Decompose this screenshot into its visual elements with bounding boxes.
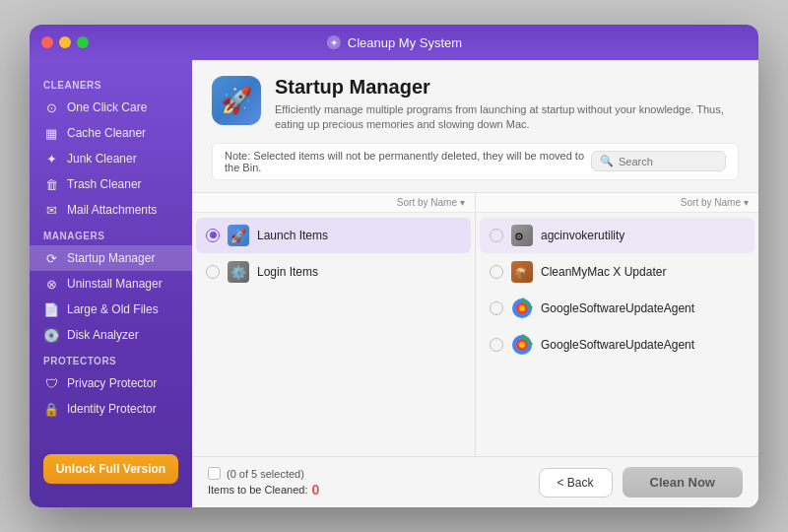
right-sort-label[interactable]: Sort by Name ▾ [681,197,749,208]
panel-title: Startup Manager [275,76,739,99]
list-item-google-update-2[interactable]: GoogleSoftwareUpdateAgent [480,327,755,363]
items-to-clean-label: Items to be Cleaned: [208,484,308,496]
main-panel: Startup Manager Efficiently manage multi… [192,60,758,507]
search-box[interactable]: 🔍 [591,151,726,171]
maximize-button[interactable] [77,36,89,48]
launch-items-radio[interactable] [206,229,220,242]
svg-text:⚙: ⚙ [514,231,524,242]
svg-point-11 [519,342,525,348]
junk-cleaner-icon: ✦ [43,151,59,166]
window-title: ✦ Cleanup My System [326,34,462,50]
sidebar-item-uninstall-manager[interactable]: ⊗ Uninstall Manager [30,271,192,297]
sidebar-item-cache-cleaner[interactable]: ▦ Cache Cleaner [30,120,192,146]
svg-text:🚀: 🚀 [230,228,246,243]
protectors-section-label: Protectors [30,348,192,370]
google-update-2-icon [511,334,533,356]
sidebar-item-one-click-care[interactable]: ⊙ One Click Care [30,95,192,120]
cleanmymac-label: CleanMyMac X Updater [541,265,745,279]
clean-now-button[interactable]: Clean Now [623,467,743,498]
identity-protector-icon: 🔒 [43,401,59,417]
mail-icon: ✉ [43,202,59,218]
svg-text:✦: ✦ [330,37,338,48]
sidebar-item-junk-cleaner[interactable]: ✦ Junk Cleaner [30,146,192,171]
note-text: Note: Selected items will not be permane… [225,150,591,173]
footer-right: < Back Clean Now [539,467,744,498]
sidebar-bottom: Unlock Full Version [30,442,192,496]
google-update-2-label: GoogleSoftwareUpdateAgent [541,338,745,352]
search-input[interactable] [619,156,717,167]
back-button[interactable]: < Back [539,468,613,498]
login-items-label: Login Items [257,265,461,279]
disk-analyzer-icon: 💽 [43,327,59,343]
google-update-1-icon [511,298,533,319]
items-to-clean-row: Items to be Cleaned: 0 [208,482,319,498]
google1-radio[interactable] [490,301,503,315]
list-item-launch-items[interactable]: 🚀 Launch Items [196,218,471,253]
sidebar-item-disk-analyzer[interactable]: 💽 Disk Analyzer [30,322,192,348]
trash-cleaner-icon: 🗑 [43,176,59,192]
unlock-full-version-button[interactable]: Unlock Full Version [43,454,178,484]
sidebar-item-startup-manager[interactable]: ⟳ Startup Manager [30,245,192,271]
sidebar-item-privacy-protector[interactable]: 🛡 Privacy Protector [30,370,192,396]
left-sort-bar: Sort by Name ▾ [192,193,475,213]
right-sort-bar: Sort by Name ▾ [476,193,758,213]
login-items-radio[interactable] [206,265,220,279]
sidebar-item-mail-attachments[interactable]: ✉ Mail Attachments [30,197,192,223]
footer-left: (0 of 5 selected) Items to be Cleaned: 0 [208,467,319,498]
svg-point-8 [519,305,525,311]
managers-section-label: Managers [30,223,192,245]
clean-count: 0 [312,482,320,498]
list-item-agcinvokeutility[interactable]: ⚙ agcinvokerutility [480,218,755,253]
cache-cleaner-icon: ▦ [43,125,59,141]
sidebar-item-identity-protector[interactable]: 🔒 Identity Protector [30,396,192,422]
traffic-lights [41,36,89,48]
list-item-cleanmymac-updater[interactable]: 📦 CleanMyMac X Updater [480,254,755,290]
list-item-login-items[interactable]: ⚙️ Login Items [196,254,471,290]
agcinvoke-icon: ⚙ [511,225,533,246]
panel-header-text: Startup Manager Efficiently manage multi… [275,76,739,133]
right-sort-chevron-icon: ▾ [744,197,749,208]
google2-radio[interactable] [490,338,503,352]
select-all-checkbox[interactable] [208,467,221,480]
svg-text:📦: 📦 [514,266,528,280]
panel-footer: (0 of 5 selected) Items to be Cleaned: 0… [192,456,758,507]
app-icon: ✦ [326,34,342,50]
privacy-protector-icon: 🛡 [43,375,59,391]
panel-description: Efficiently manage multiple programs fro… [275,102,739,133]
uninstall-manager-icon: ⊗ [43,276,59,292]
agcinvoke-label: agcinvokerutility [541,229,745,242]
left-list-column: Sort by Name ▾ 🚀 Launch Items [192,193,475,456]
panel-header: Startup Manager Efficiently manage multi… [192,60,758,193]
sidebar-item-trash-cleaner[interactable]: 🗑 Trash Cleaner [30,171,192,197]
cleanmymac-radio[interactable] [490,265,503,279]
login-items-icon: ⚙️ [228,261,249,283]
cleanmymac-icon: 📦 [511,261,533,283]
sidebar: Cleaners ⊙ One Click Care ▦ Cache Cleane… [30,60,192,507]
titlebar: ✦ Cleanup My System [30,25,758,60]
selected-count: (0 of 5 selected) [227,468,304,480]
startup-manager-icon: ⟳ [43,250,59,266]
large-files-icon: 📄 [43,301,59,317]
startup-manager-app-icon [212,76,261,125]
minimize-button[interactable] [59,36,71,48]
main-content: Cleaners ⊙ One Click Care ▦ Cache Cleane… [30,60,758,507]
right-list-column: Sort by Name ▾ ⚙ agcinvokerutility [475,193,758,456]
select-all-row: (0 of 5 selected) [208,467,319,480]
google-update-1-label: GoogleSoftwareUpdateAgent [541,301,745,315]
sidebar-item-large-old-files[interactable]: 📄 Large & Old Files [30,297,192,322]
one-click-care-icon: ⊙ [43,100,59,115]
launch-items-icon: 🚀 [228,225,249,246]
right-list-items: ⚙ agcinvokerutility 📦 CleanMyMac X Updat… [476,213,758,456]
close-button[interactable] [41,36,53,48]
list-item-google-update-1[interactable]: GoogleSoftwareUpdateAgent [480,291,755,326]
lists-area: Sort by Name ▾ 🚀 Launch Items [192,193,758,456]
note-bar: Note: Selected items will not be permane… [212,143,739,180]
agcinvoke-radio[interactable] [490,229,503,242]
left-sort-label[interactable]: Sort by Name ▾ [397,197,465,208]
left-list-items: 🚀 Launch Items ⚙️ Login Items [192,213,475,456]
app-window: ✦ Cleanup My System Cleaners ⊙ One Click… [30,25,758,507]
sort-chevron-icon: ▾ [460,197,465,208]
launch-items-label: Launch Items [257,229,461,242]
svg-text:⚙️: ⚙️ [230,264,246,280]
cleaners-section-label: Cleaners [30,72,192,95]
